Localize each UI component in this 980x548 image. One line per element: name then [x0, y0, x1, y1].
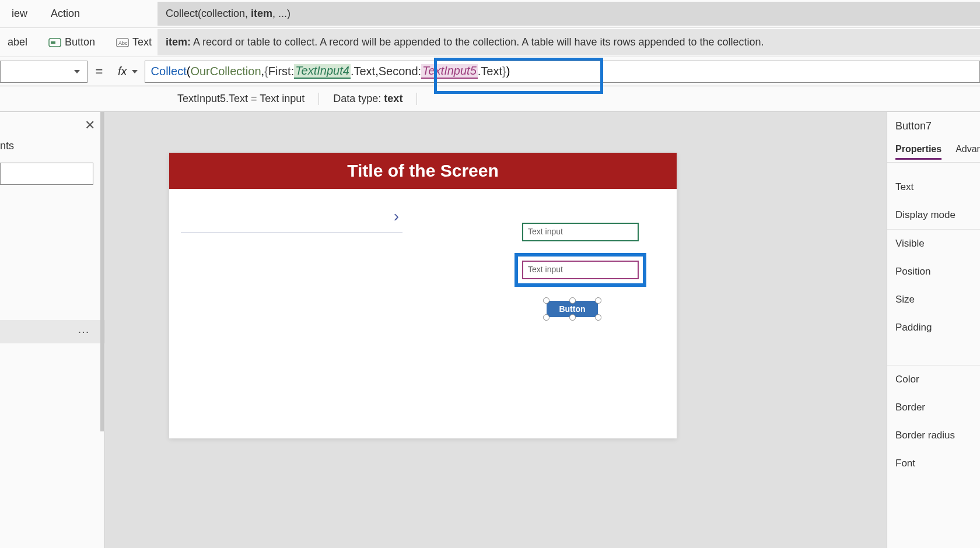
canvas-wrapper: Title of the Screen › Text input Text in… [105, 112, 887, 548]
desc-text: A record or table to collect. A record w… [191, 36, 764, 48]
chevron-down-icon [132, 70, 138, 73]
formula-info-bar: TextInput5.Text = Text input Data type: … [0, 86, 980, 112]
resize-handle-br[interactable] [595, 314, 601, 321]
canvas-text-input-1[interactable]: Text input [522, 223, 639, 241]
hint-current-arg: item [251, 8, 272, 19]
resize-handle-bl[interactable] [543, 314, 550, 321]
token-ref-textinput4: TextInput4 [294, 64, 351, 79]
canvas-text-input-2-highlight: Text input [514, 253, 646, 287]
tab-advanced[interactable]: Advan [956, 144, 980, 160]
resize-handle-bm[interactable] [569, 314, 576, 321]
menu-action[interactable]: Action [39, 1, 92, 27]
chevron-right-icon[interactable]: › [394, 207, 399, 226]
button-icon [48, 37, 61, 48]
formula-bar-row: = fx Collect(OurCollection, {First: Text… [0, 57, 980, 86]
prop-border[interactable]: Border [895, 394, 980, 421]
label-text: abel [8, 36, 27, 48]
prop-position[interactable]: Position [895, 258, 980, 286]
token-collection: OurCollection [190, 65, 261, 78]
datatype-label: Data type: [333, 93, 384, 104]
svg-text:Abc: Abc [118, 40, 128, 46]
info-value-preview: TextInput5.Text = Text input [163, 93, 319, 105]
prop-color[interactable]: Color [895, 366, 980, 394]
menu-left-group: iew Action [0, 1, 158, 27]
prop-display-mode[interactable]: Display mode [895, 201, 980, 229]
prop-visible[interactable]: Visible [895, 230, 980, 258]
insert-button-button[interactable]: Button [44, 34, 100, 51]
canvas-button-selection: Button [547, 301, 598, 317]
token-key-second: Second: [379, 65, 421, 78]
tree-item-selected[interactable]: ⋯ [0, 320, 104, 343]
token-open-paren: ( [187, 65, 191, 78]
main-area: ✕ nts ⋯ Title of the Screen › Text input… [0, 112, 980, 548]
datatype-value: text [384, 93, 402, 104]
props-divider [887, 162, 980, 163]
chevron-down-icon [74, 70, 80, 73]
toolbar-left-group: abel Button Abc Text [0, 34, 158, 51]
fx-label: fx [118, 65, 127, 78]
properties-tabs: Properties Advan [895, 144, 980, 160]
tree-search-input[interactable] [0, 163, 93, 185]
close-icon[interactable]: ✕ [85, 118, 95, 133]
screen-title-header[interactable]: Title of the Screen [169, 153, 677, 189]
hint-prefix: Collect(collection, [166, 8, 251, 19]
token-key-first: First: [268, 65, 294, 78]
app-canvas[interactable]: Title of the Screen › Text input Text in… [169, 153, 677, 438]
canvas-button[interactable]: Button [547, 301, 598, 317]
panel-resize-handle[interactable] [100, 112, 104, 431]
canvas-body: › Text input Text input Button [169, 189, 677, 433]
resize-handle-tr[interactable] [595, 297, 601, 304]
resize-handle-tm[interactable] [569, 297, 576, 304]
formula-signature-hint: Collect(collection, item, ...) [158, 2, 980, 26]
selected-control-name: Button7 [895, 120, 980, 132]
token-dot-text2: .Text [478, 65, 502, 78]
argument-description: item: A record or table to collect. A re… [158, 29, 980, 55]
token-close-brace: } [502, 65, 506, 78]
resize-handle-tl[interactable] [543, 297, 550, 304]
formula-input[interactable]: Collect(OurCollection, {First: TextInput… [145, 61, 980, 83]
desc-bold: item: [166, 36, 191, 48]
token-ref-textinput5: TextInput5 [421, 64, 478, 79]
tree-panel: ✕ nts ⋯ [0, 112, 105, 548]
button-text: Button [65, 36, 95, 48]
prop-font[interactable]: Font [895, 449, 980, 477]
text-icon: Abc [116, 37, 129, 48]
svg-rect-1 [51, 41, 55, 44]
menu-view[interactable]: iew [0, 1, 39, 27]
text-label: Text [132, 36, 152, 48]
token-dot-text1: .Text [351, 65, 375, 78]
insert-toolbar: abel Button Abc Text item: A record or t… [0, 28, 980, 57]
equals-sign: = [88, 64, 111, 79]
token-open-brace: { [264, 65, 268, 78]
canvas-button-label: Button [559, 304, 585, 314]
gallery-header-row: › [181, 199, 402, 233]
property-selector[interactable] [0, 61, 88, 83]
prop-size[interactable]: Size [895, 286, 980, 314]
top-menu-bar: iew Action Collect(collection, item, ...… [0, 0, 980, 28]
more-icon[interactable]: ⋯ [78, 325, 90, 339]
hint-suffix: , ...) [272, 8, 290, 19]
fx-expand-button[interactable]: fx [111, 65, 145, 78]
prop-text[interactable]: Text [895, 173, 980, 201]
token-function: Collect [151, 65, 187, 78]
info-data-type: Data type: text [319, 93, 417, 105]
properties-panel: Button7 Properties Advan Text Display mo… [887, 112, 980, 548]
prop-border-radius[interactable]: Border radius [895, 421, 980, 449]
token-close-paren: ) [506, 65, 510, 78]
canvas-text-input-2[interactable]: Text input [522, 261, 639, 279]
prop-padding[interactable]: Padding [895, 314, 980, 342]
insert-label-button[interactable]: abel [3, 34, 32, 51]
tab-properties[interactable]: Properties [895, 144, 942, 160]
